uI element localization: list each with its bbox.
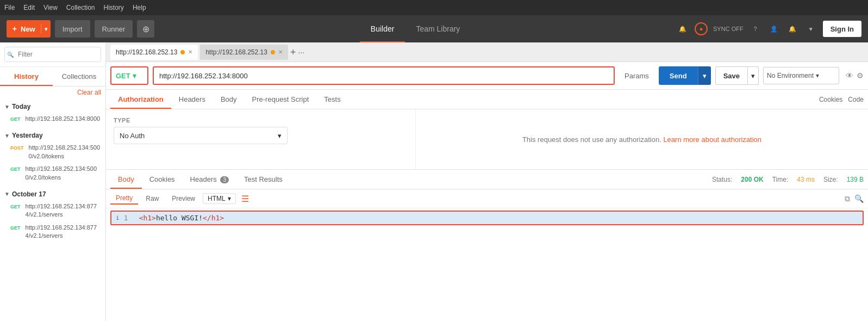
request-tab-1[interactable]: http://192.168.252.13 ✕ (200, 45, 288, 60)
tab-tests[interactable]: Tests (316, 90, 348, 109)
method-badge-post: POST (9, 145, 26, 151)
save-button[interactable]: Save (715, 66, 748, 85)
search-input[interactable] (4, 47, 101, 62)
method-badge-get: GET (9, 225, 22, 231)
request-tab-0[interactable]: http://192.168.252.13 ✕ (110, 45, 198, 60)
inner-tabs: Authorization Headers Body Pre-request S… (106, 90, 868, 109)
list-item[interactable]: GET http://192.168.252.134:8000 (0, 113, 105, 125)
format-type-value: HTML (208, 195, 226, 202)
url-input[interactable] (154, 72, 614, 80)
size-label: Size: (823, 176, 838, 183)
content-area: http://192.168.252.13 ✕ http://192.168.2… (106, 42, 868, 321)
history-url: http://192.168.252.134:5000/v2.0/tokens (29, 144, 101, 160)
workspace-button[interactable]: ⊕ (137, 20, 154, 38)
question-icon[interactable]: ? (749, 22, 762, 35)
tab-team-library[interactable]: Team Library (405, 15, 471, 42)
tab-headers[interactable]: Headers (171, 90, 213, 109)
menu-history[interactable]: History (104, 4, 124, 11)
request-tabs-bar: http://192.168.252.13 ✕ http://192.168.2… (106, 42, 868, 62)
tab-builder[interactable]: Builder (360, 15, 405, 42)
line-number: 1 (124, 214, 133, 222)
sidebar-tab-collections[interactable]: Collections (53, 67, 105, 86)
bell-icon[interactable]: 🔔 (786, 22, 799, 35)
auth-learn-more-link[interactable]: Learn more about authorization (663, 135, 761, 144)
list-item[interactable]: GET http://192.168.252.134:8774/v2.1/ser… (0, 200, 105, 221)
auth-type-select[interactable]: No Auth ▾ (114, 127, 288, 144)
menu-view[interactable]: View (43, 4, 58, 11)
req-tab-close-0[interactable]: ✕ (188, 49, 192, 55)
resp-tab-test-results[interactable]: Test Results (236, 170, 290, 189)
menu-edit[interactable]: Edit (23, 4, 35, 11)
search-icon[interactable]: 🔍 (854, 194, 864, 203)
filter-icon[interactable]: ☰ (241, 194, 249, 204)
resp-tab-cookies[interactable]: Cookies (142, 170, 183, 189)
response-format-bar: Pretty Raw Preview HTML ▾ ☰ ⧉ 🔍 (106, 189, 868, 208)
sign-in-button[interactable]: Sign In (823, 21, 861, 37)
params-button[interactable]: Params (619, 66, 654, 85)
cookies-link[interactable]: Cookies (819, 90, 842, 109)
save-button-wrap: Save ▾ (715, 66, 759, 85)
tab-authorization[interactable]: Authorization (110, 90, 171, 109)
new-dropdown-arrow[interactable]: ▾ (41, 26, 51, 32)
collapse-arrow-yesterday: ▼ (4, 133, 10, 139)
auth-left: TYPE No Auth ▾ (106, 109, 416, 169)
sidebar-tabs: History Collections (0, 67, 105, 87)
fmt-tab-preview[interactable]: Preview (166, 193, 201, 204)
sidebar-tab-history[interactable]: History (0, 67, 53, 86)
runner-button[interactable]: Runner (95, 20, 133, 38)
fmt-tab-raw[interactable]: Raw (140, 193, 164, 204)
line-indicator: i (116, 214, 120, 221)
import-button[interactable]: Import (55, 20, 90, 38)
notification-icon[interactable]: 🔔 (676, 22, 689, 35)
code-tag-close: </h1> (203, 214, 224, 222)
req-tab-close-1[interactable]: ✕ (278, 49, 283, 55)
more-tabs-button[interactable]: ··· (298, 48, 304, 57)
menu-collection[interactable]: Collection (66, 4, 95, 11)
history-url: http://192.168.252.134:8000 (26, 115, 101, 123)
sidebar: History Collections Clear all ▼ Today GE… (0, 42, 106, 321)
save-dropdown-button[interactable]: ▾ (748, 66, 759, 85)
clear-all-button[interactable]: Clear all (77, 89, 101, 96)
env-select[interactable]: No Environment ▾ (763, 67, 839, 84)
method-select[interactable]: GET ▾ (110, 66, 148, 85)
collapse-arrow-oct17: ▼ (4, 191, 10, 197)
user-icon[interactable]: 👤 (767, 22, 780, 35)
group-header-yesterday: ▼ Yesterday (0, 129, 105, 141)
list-item[interactable]: GET http://192.168.252.134:5000/v2.0/tok… (0, 163, 105, 184)
new-button-main[interactable]: ＋ New (7, 24, 41, 34)
response-status: Status: 200 OK Time: 43 ms Size: 139 B (712, 176, 864, 183)
new-button[interactable]: ＋ New ▾ (7, 20, 51, 38)
record-icon[interactable]: ● (695, 22, 708, 35)
method-badge-get: GET (9, 116, 22, 122)
list-item[interactable]: GET http://192.168.252.134:8774/v2.1/ser… (0, 221, 105, 243)
format-dropdown-icon: ▾ (228, 195, 231, 202)
format-type-select[interactable]: HTML ▾ (203, 193, 236, 204)
menu-help[interactable]: Help (133, 4, 146, 11)
history-group-today: ▼ Today GET http://192.168.252.134:8000 (0, 98, 105, 127)
group-header-today: ▼ Today (0, 101, 105, 113)
eye-icon[interactable]: 👁 (846, 71, 853, 80)
copy-icon[interactable]: ⧉ (845, 194, 850, 203)
heart-icon[interactable]: ♥ (804, 22, 817, 35)
tab-body[interactable]: Body (213, 90, 245, 109)
env-dropdown-icon: ▾ (816, 72, 819, 79)
auth-message-text: This request does not use any authorizat… (522, 135, 661, 144)
tab-pre-request-script[interactable]: Pre-request Script (245, 90, 317, 109)
method-dropdown-icon: ▾ (133, 72, 136, 80)
history-group-yesterday: ▼ Yesterday POST http://192.168.252.134:… (0, 127, 105, 186)
add-tab-button[interactable]: + (290, 47, 296, 57)
time-label: Time: (772, 176, 789, 183)
send-dropdown-button[interactable]: ▾ (698, 66, 711, 85)
history-group-oct17: ▼ October 17 GET http://192.168.252.134:… (0, 186, 105, 245)
menu-file[interactable]: File (4, 4, 15, 11)
resp-tab-headers[interactable]: Headers 3 (183, 170, 236, 189)
gear-icon[interactable]: ⚙ (857, 71, 864, 80)
fmt-tab-pretty[interactable]: Pretty (110, 193, 138, 205)
list-item[interactable]: POST http://192.168.252.134:5000/v2.0/to… (0, 141, 105, 163)
send-button[interactable]: Send (659, 66, 698, 85)
req-tab-label-0: http://192.168.252.13 (116, 48, 177, 56)
env-icons: 👁 ⚙ (846, 71, 864, 80)
resp-tab-body[interactable]: Body (110, 170, 142, 189)
auth-type-label: TYPE (114, 117, 408, 124)
code-link[interactable]: Code (848, 90, 864, 109)
